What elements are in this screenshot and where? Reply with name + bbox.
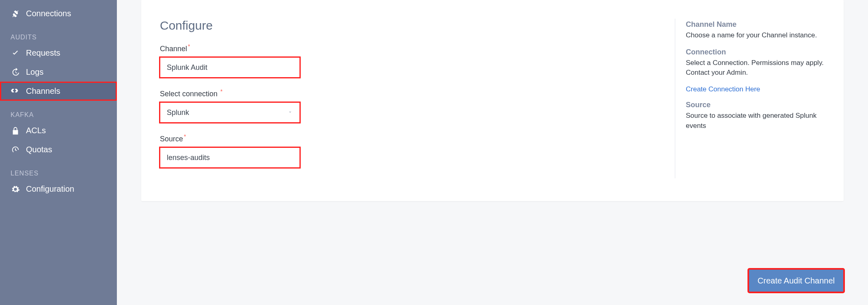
sidebar-item-label: Channels xyxy=(26,87,60,96)
page-title: Configure xyxy=(160,19,659,32)
create-connection-link[interactable]: Create Connection Here xyxy=(686,85,760,93)
sidebar-item-connections[interactable]: Connections xyxy=(0,4,117,23)
help-column: Channel Name Choose a name for your Chan… xyxy=(675,19,825,178)
sidebar-section-kafka: KAFKA xyxy=(0,101,117,121)
lock-icon xyxy=(11,126,20,135)
required-marker: * xyxy=(188,43,190,50)
create-button-container: Create Audit Channel xyxy=(749,269,844,292)
sidebar-item-configuration[interactable]: Configuration xyxy=(0,180,117,199)
field-channel: Channel* xyxy=(160,43,659,78)
main-content: Configure Channel* Select connection * S… xyxy=(117,0,868,305)
sidebar: Connections AUDITS Requests Logs Channel… xyxy=(0,0,117,305)
sidebar-item-requests[interactable]: Requests xyxy=(0,43,117,63)
history-icon xyxy=(11,68,20,77)
required-marker: * xyxy=(220,88,222,95)
help-name-text: Choose a name for your Channel instance. xyxy=(686,30,825,41)
field-connection: Select connection * Splunk xyxy=(160,88,659,123)
source-label-text: Source xyxy=(160,135,183,143)
sidebar-item-label: ACLs xyxy=(26,126,46,135)
source-label: Source* xyxy=(160,133,186,143)
connection-label-text: Select connection xyxy=(160,90,218,98)
connection-label: Select connection * xyxy=(160,88,223,98)
connection-select-value: Splunk xyxy=(167,108,189,117)
channels-icon xyxy=(11,87,20,96)
sidebar-section-lenses: LENSES xyxy=(0,159,117,180)
channel-label-text: Channel xyxy=(160,45,187,53)
help-name-title: Channel Name xyxy=(686,20,825,29)
field-source: Source* xyxy=(160,133,659,168)
sidebar-item-channels[interactable]: Channels xyxy=(0,82,117,101)
sidebar-item-acls[interactable]: ACLs xyxy=(0,121,117,140)
form-column: Configure Channel* Select connection * S… xyxy=(160,19,675,178)
check-icon xyxy=(11,49,20,58)
gear-icon xyxy=(11,185,20,194)
help-source-text: Source to associate with generated Splun… xyxy=(686,111,825,131)
gauge-icon xyxy=(11,145,20,154)
sidebar-item-label: Configuration xyxy=(26,184,74,194)
channel-input[interactable] xyxy=(160,57,300,78)
help-conn-title: Connection xyxy=(686,48,825,56)
channel-label: Channel* xyxy=(160,43,190,53)
help-conn-text: Select a Connection. Permissions may app… xyxy=(686,58,825,78)
configure-card: Configure Channel* Select connection * S… xyxy=(141,0,844,201)
sidebar-item-label: Requests xyxy=(26,48,60,58)
sidebar-section-audits: AUDITS xyxy=(0,23,117,43)
create-audit-channel-button[interactable]: Create Audit Channel xyxy=(749,269,844,292)
required-marker: * xyxy=(184,133,186,140)
sidebar-item-logs[interactable]: Logs xyxy=(0,63,117,82)
sidebar-item-label: Logs xyxy=(26,67,43,77)
sidebar-item-label: Connections xyxy=(26,9,71,18)
help-source-title: Source xyxy=(686,101,825,109)
sidebar-item-quotas[interactable]: Quotas xyxy=(0,140,117,159)
plug-icon xyxy=(11,9,20,18)
sidebar-item-label: Quotas xyxy=(26,145,52,154)
connection-select[interactable]: Splunk xyxy=(160,102,300,123)
source-input[interactable] xyxy=(160,147,300,168)
chevron-down-icon xyxy=(287,108,293,117)
